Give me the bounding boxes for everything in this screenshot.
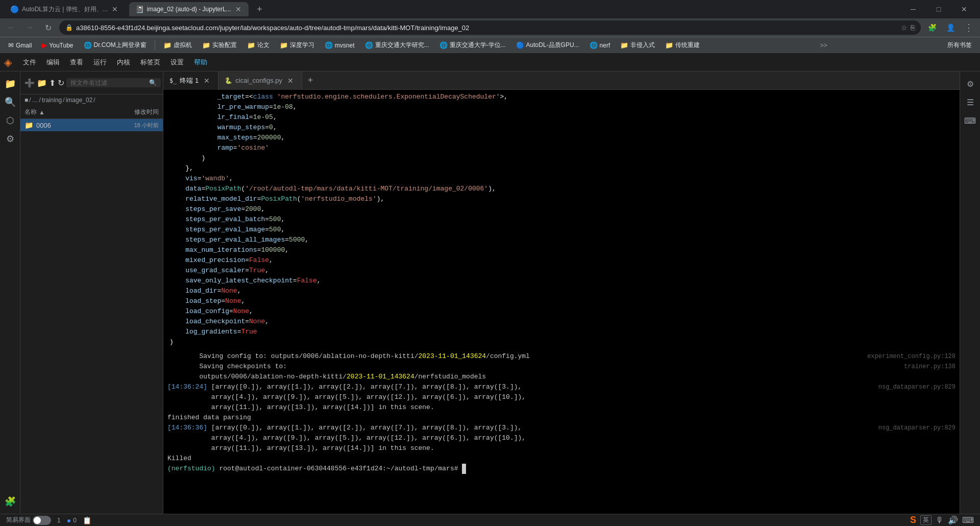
title-bar: 🔵 AutoDL算力云 | 弹性、好用、... ✕ 📓 image_02 (au… [0, 0, 980, 18]
virt-icon: 📁 [163, 41, 172, 49]
menu-help[interactable]: 帮助 [189, 56, 212, 69]
minimize-button[interactable]: ─ [901, 0, 925, 18]
bookmark-expset[interactable]: 📁 实验配置 [198, 40, 241, 51]
close-button[interactable]: ✕ [952, 0, 976, 18]
new-tab-button[interactable]: + [302, 73, 318, 89]
terminal-tab-close[interactable]: ✕ [202, 76, 212, 86]
menu-view[interactable]: 查看 [65, 56, 88, 69]
bookmark-noninvasive[interactable]: 📁 非侵入式 [616, 40, 659, 51]
ime-language-label[interactable]: 英 [920, 515, 932, 525]
terminal-line-6: array([11.]), array([13.]), array([14.])… [167, 402, 955, 413]
upload-button[interactable]: ⬆ [49, 76, 56, 90]
url-bar[interactable]: 🔒 a38610-8556-e43f1d24.beijinga.seetaclo… [59, 20, 921, 35]
sidebar-running-button[interactable]: ⬡ [2, 112, 18, 129]
forward-button[interactable]: → [22, 20, 37, 35]
code-line-12: steps_per_save=2000, [163, 204, 960, 214]
menu-kernel[interactable]: 内核 [112, 56, 135, 69]
new-folder-button[interactable]: ➕ [24, 76, 35, 90]
bookmark-youtube[interactable]: ▶ YouTube [38, 40, 77, 50]
bookmark-deeplearn[interactable]: 📁 深度学习 [276, 40, 318, 51]
tab-terminal-1[interactable]: $_ 终端 1 ✕ [163, 71, 218, 90]
menu-file[interactable]: 文件 [18, 56, 41, 69]
menu-tabs[interactable]: 标签页 [135, 56, 165, 69]
file-item-name: 0006 [36, 122, 118, 129]
right-sidebar-btn3[interactable]: ⌨ [962, 112, 978, 129]
bookmark-gmail[interactable]: ✉ Gmail [4, 40, 36, 50]
refresh-button[interactable]: ↻ [58, 76, 64, 90]
window-controls: ─ □ ✕ [901, 0, 976, 18]
breadcrumb-root[interactable]: ■ [24, 97, 28, 104]
gmail-icon: ✉ [8, 41, 14, 49]
editor-content[interactable]: _target=<class 'nerfstudio.engine.schedu… [163, 90, 960, 514]
mic-icon[interactable]: 🎙 [936, 516, 944, 525]
paper-icon: 📁 [247, 41, 255, 49]
breadcrumb-image02[interactable]: image_02 [66, 97, 93, 104]
right-sidebar-btn2[interactable]: ☰ [962, 94, 978, 110]
sort-icon: ▲ [39, 109, 45, 116]
file-list-header: 名称 ▲ 修改时间 [20, 106, 163, 119]
code-line-23: load_checkpoint=None, [163, 317, 960, 327]
split-view-icon[interactable]: ⎘ [911, 23, 915, 32]
cicai-tab-close[interactable]: ✕ [285, 76, 296, 86]
bookmark-mvsnet[interactable]: 🌐 mvsnet [321, 40, 359, 50]
status-number: 1 [57, 517, 61, 524]
profile-button[interactable]: 👤 [943, 20, 958, 35]
menu-settings[interactable]: 设置 [165, 56, 189, 69]
bookmark-paper[interactable]: 📁 论文 [243, 40, 274, 51]
breadcrumb-training[interactable]: training [42, 97, 62, 104]
extensions-button[interactable]: 🧩 [925, 20, 939, 35]
sidebar-search-button[interactable]: 🔍 [2, 94, 18, 110]
bookmark-traditional[interactable]: 📁 传统重建 [661, 40, 704, 51]
bookmark-jiaotong2[interactable]: 🌐 重庆交通大学-学位... [435, 40, 510, 51]
tab-autodl[interactable]: 🔵 AutoDL算力云 | 弹性、好用、... ✕ [4, 2, 125, 16]
menu-run[interactable]: 运行 [88, 56, 112, 69]
expset-icon: 📁 [202, 41, 210, 49]
back-button[interactable]: ← [4, 20, 18, 35]
new-tab-button[interactable]: + [253, 2, 267, 16]
youtube-label: YouTube [49, 42, 73, 49]
sidebar-files-button[interactable]: 📁 [2, 76, 18, 92]
toggle-switch[interactable] [33, 516, 51, 525]
maximize-button[interactable]: □ [927, 0, 950, 18]
virt-label: 虚拟机 [174, 41, 192, 50]
autodl-icon: 🔵 [516, 41, 524, 49]
menu-edit[interactable]: 编辑 [41, 56, 65, 69]
tab2-close[interactable]: ✕ [234, 5, 242, 14]
file-item-date: 18 小时前 [118, 122, 159, 129]
code-line-25: ) [163, 337, 960, 347]
jiaotong-label: 重庆交通大学研究... [375, 41, 429, 50]
right-sidebar: ⚙ ☰ ⌨ [960, 71, 980, 514]
bookmark-virt[interactable]: 📁 虚拟机 [159, 40, 196, 51]
reload-button[interactable]: ↻ [41, 20, 55, 35]
jiaotong-icon: 🌐 [365, 41, 373, 49]
tab-cicai-configs[interactable]: 🐍 cicai_configs.py ✕ [218, 71, 302, 90]
speaker-icon[interactable]: 🔊 [948, 515, 958, 525]
right-sidebar-btn1[interactable]: ⚙ [962, 76, 978, 92]
simple-interface-toggle[interactable]: 简易界面 [6, 516, 51, 525]
menu-button[interactable]: ⋮ [962, 20, 976, 35]
bookmark-drcom[interactable]: 🌐 Dr.COM上网登录窗 [80, 40, 151, 51]
tab1-close[interactable]: ✕ [111, 5, 119, 14]
jupyter-logo: ◈ [4, 56, 12, 68]
main-content: 📁 🔍 ⬡ ⚙ 🧩 ➕ 📁 ⬆ ↻ 🔍 ■ [0, 71, 980, 514]
file-filter-input[interactable] [70, 79, 147, 86]
sidebar-commands-button[interactable]: ⚙ [2, 131, 18, 147]
all-bookmarks-label[interactable]: 所有书签 [943, 40, 976, 51]
sidebar-extensions-button[interactable]: 🧩 [2, 493, 18, 510]
bookmark-nerf[interactable]: 🌐 nerf [585, 40, 615, 50]
bookmark-star-icon[interactable]: ☆ [901, 23, 908, 32]
bookmark-jiaotong[interactable]: 🌐 重庆交通大学研究... [361, 40, 433, 51]
bookmarks-more-button[interactable]: >> [816, 41, 831, 50]
new-file-button[interactable]: 📁 [37, 76, 47, 90]
bookmark-autodl[interactable]: 🔵 AutoDL-品质GPU... [512, 40, 583, 51]
sort-name-button[interactable]: 名称 ▲ [24, 108, 118, 116]
terminal-tab-label: 终端 1 [180, 76, 199, 85]
code-line-5: max_steps=200000, [163, 133, 960, 143]
search-icon: 🔍 [149, 79, 157, 86]
file-item-0006[interactable]: 📁 0006 18 小时前 [20, 119, 163, 131]
breadcrumb-dots[interactable]: … [32, 97, 38, 104]
terminal-section: Saving config to: outputs/0006/ablation-… [163, 349, 960, 476]
keyboard-icon[interactable]: ⌨ [962, 515, 974, 525]
terminal-line-7: finished data parsing [167, 413, 955, 423]
tab-jupyter[interactable]: 📓 image_02 (auto-d) - JupyterL... ✕ [129, 2, 249, 16]
